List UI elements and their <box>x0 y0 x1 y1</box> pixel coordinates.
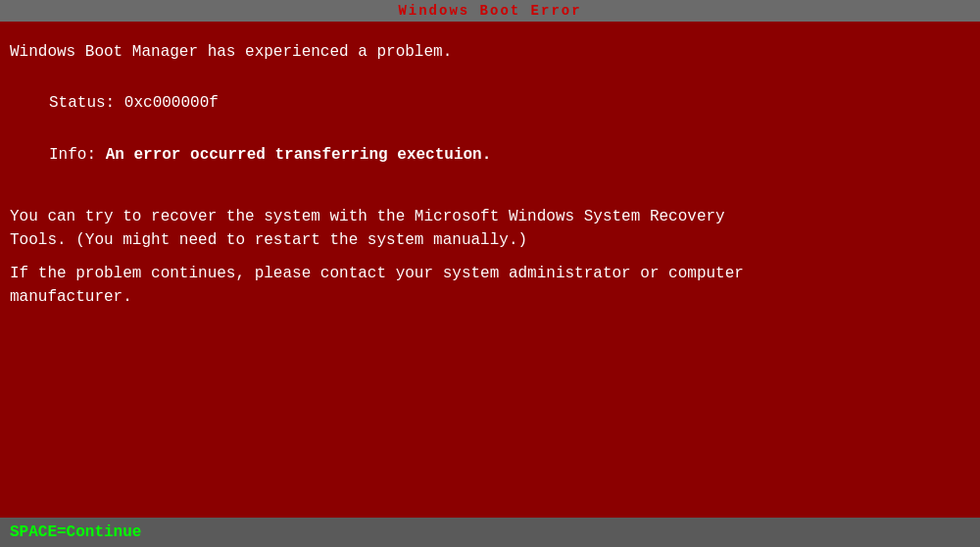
status-section: Status: 0xc000000f <box>10 92 970 114</box>
status-code: 0xc000000f <box>124 94 219 112</box>
title-bar: Windows Boot Error <box>0 0 980 22</box>
contact-line2: manufacturer. <box>10 288 132 306</box>
recovery-line2: Tools. (You might need to restart the sy… <box>10 231 527 249</box>
status-label: Status: <box>49 94 115 112</box>
title-text: Windows Boot Error <box>398 3 581 19</box>
info-text: An error occurred transferring exectuion… <box>106 146 492 164</box>
footer-text[interactable]: SPACE=Continue <box>10 523 141 541</box>
recovery-section: You can try to recover the system with t… <box>10 205 970 309</box>
info-section: Info: An error occurred transferring exe… <box>10 144 970 166</box>
header-message: Windows Boot Manager has experienced a p… <box>10 41 970 63</box>
footer-bar: SPACE=Continue <box>0 518 980 547</box>
main-content: Windows Boot Manager has experienced a p… <box>0 22 980 518</box>
recovery-line1: You can try to recover the system with t… <box>10 208 725 225</box>
contact-line1: If the problem continues, please contact… <box>10 265 744 282</box>
recovery-text: You can try to recover the system with t… <box>10 205 970 252</box>
contact-text: If the problem continues, please contact… <box>10 262 970 309</box>
info-label: Info: <box>49 146 96 164</box>
